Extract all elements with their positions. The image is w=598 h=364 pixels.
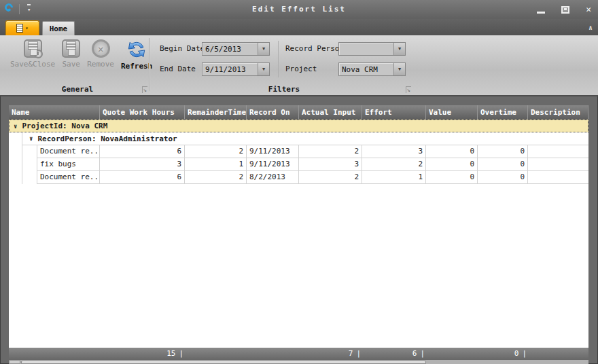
project-combo[interactable]: Nova CRM ▼ xyxy=(338,62,406,76)
group-caption-general: General xyxy=(5,85,150,94)
scrollbar-thumb[interactable] xyxy=(21,360,426,364)
table-row[interactable]: Document re... 6 2 8/2/2013 2 1 0 0 xyxy=(9,171,588,184)
end-date-combo[interactable]: 9/11/2013 ▼ xyxy=(202,62,270,76)
summary-effort: 6 xyxy=(362,348,426,360)
begin-date-combo[interactable]: 6/5/2013 ▼ xyxy=(202,42,270,56)
app-menu-dropdown-icon: ▾ xyxy=(25,25,29,31)
begin-date-dropdown-icon[interactable]: ▼ xyxy=(258,43,269,55)
column-header-overtime[interactable]: Overtime xyxy=(478,105,528,120)
cell-remainder-time[interactable]: 1 xyxy=(185,158,247,171)
end-date-dropdown-icon[interactable]: ▼ xyxy=(258,63,269,75)
collapse-arrow-icon[interactable]: ∨ xyxy=(14,123,17,130)
group-row-record-person[interactable]: ∨ RecordPerson: NovaAdministrator xyxy=(9,132,588,145)
cell-record-on[interactable]: 9/11/2013 xyxy=(247,158,299,171)
group-row-person-label: RecordPerson: NovaAdministrator xyxy=(37,134,177,143)
grid-header: Name Quote Work Hours RemainderTime Reco… xyxy=(9,105,588,120)
end-date-value[interactable]: 9/11/2013 xyxy=(203,63,258,75)
filters-column-separator xyxy=(278,41,279,77)
column-header-quote-work-hours[interactable]: Quote Work Hours xyxy=(100,105,185,120)
cell-description[interactable] xyxy=(528,158,588,171)
refresh-button[interactable]: Refresh xyxy=(118,38,156,72)
group-row-project-label: ProjectId: Nova CRM xyxy=(22,122,107,130)
remove-button[interactable]: ✕ Remove xyxy=(84,38,118,70)
ribbon-collapse-icon[interactable]: ∧ xyxy=(588,24,593,31)
save-button[interactable]: Save xyxy=(58,38,84,70)
cell-remainder-time[interactable]: 2 xyxy=(185,171,247,184)
summary-row: 15 7 6 0 xyxy=(9,348,588,360)
grid-body: ∨ ProjectId: Nova CRM ∨ RecordPerson: No… xyxy=(9,120,588,348)
filters-dialog-launcher-icon[interactable]: ↘ xyxy=(406,86,411,93)
end-date-label: End Date xyxy=(160,62,196,76)
table-row[interactable]: fix bugs 3 1 9/11/2013 3 2 0 0 xyxy=(9,158,588,171)
horizontal-scrollbar[interactable] xyxy=(9,360,588,364)
cell-effort[interactable]: 2 xyxy=(362,158,426,171)
column-header-value[interactable]: Value xyxy=(426,105,478,120)
ribbon-group-separator xyxy=(149,38,150,91)
record-person-dropdown-icon[interactable]: ▼ xyxy=(393,43,405,55)
group-row-project[interactable]: ∨ ProjectId: Nova CRM xyxy=(9,120,588,132)
begin-date-value[interactable]: 6/5/2013 xyxy=(203,43,258,55)
cell-actual-input[interactable]: 2 xyxy=(299,171,362,184)
quick-access-dropdown-icon[interactable]: ▾ xyxy=(27,4,31,13)
cell-value[interactable]: 0 xyxy=(426,158,478,171)
cell-value[interactable]: 0 xyxy=(426,171,478,184)
cell-record-on[interactable]: 9/11/2013 xyxy=(247,145,299,158)
summary-quote-work-hours: 15 xyxy=(100,348,185,360)
cell-effort[interactable]: 1 xyxy=(362,171,426,184)
cell-overtime[interactable]: 0 xyxy=(478,158,528,171)
cell-name[interactable]: Document re... xyxy=(37,171,100,184)
app-logo-icon[interactable] xyxy=(3,2,15,14)
grid-empty-area xyxy=(9,184,588,348)
cell-overtime[interactable]: 0 xyxy=(478,171,528,184)
maximize-button[interactable] xyxy=(561,6,569,14)
cell-name[interactable]: fix bugs xyxy=(37,158,100,171)
scrollbar-left-button[interactable] xyxy=(9,360,20,364)
ribbon: Save&Close Save ✕ Remove xyxy=(0,35,598,96)
record-person-value[interactable] xyxy=(339,43,393,55)
cell-remainder-time[interactable]: 2 xyxy=(185,145,247,158)
column-header-name[interactable]: Name xyxy=(9,105,100,120)
project-value[interactable]: Nova CRM xyxy=(339,63,393,75)
column-header-actual-input[interactable]: Actual Input xyxy=(299,105,362,120)
cell-quote-work-hours[interactable]: 3 xyxy=(100,158,185,171)
begin-date-label: Begin Date xyxy=(160,42,205,56)
cell-value[interactable]: 0 xyxy=(426,145,478,158)
project-dropdown-icon[interactable]: ▼ xyxy=(393,63,405,75)
refresh-icon xyxy=(126,39,147,60)
window-title: Edit Effort List xyxy=(0,5,598,14)
ribbon-tab-strip: ▾ Home ∧ xyxy=(0,19,598,35)
cell-name[interactable]: Document re... xyxy=(37,145,100,158)
column-header-description[interactable]: Description xyxy=(528,105,588,120)
cell-record-on[interactable]: 8/2/2013 xyxy=(247,171,299,184)
title-bar: ▾ Edit Effort List ✕ xyxy=(0,0,598,19)
app-window: ▾ Edit Effort List ✕ ▾ Home ∧ Save&Close xyxy=(0,0,598,364)
group-caption-filters: Filters xyxy=(155,85,413,94)
table-row[interactable]: Document re... 6 2 9/11/2013 2 3 0 0 xyxy=(9,145,588,158)
cell-overtime[interactable]: 0 xyxy=(478,145,528,158)
column-header-remainder-time[interactable]: RemainderTime xyxy=(185,105,247,120)
column-header-effort[interactable]: Effort xyxy=(362,105,426,120)
collapse-arrow-icon[interactable]: ∨ xyxy=(29,135,33,142)
project-label: Project xyxy=(285,62,317,76)
remove-icon: ✕ xyxy=(92,39,110,58)
save-close-button[interactable]: Save&Close xyxy=(7,38,58,70)
cell-effort[interactable]: 3 xyxy=(362,145,426,158)
cell-actual-input[interactable]: 2 xyxy=(299,145,362,158)
application-menu-button[interactable]: ▾ xyxy=(5,20,39,35)
cell-quote-work-hours[interactable]: 6 xyxy=(100,145,185,158)
cell-description[interactable] xyxy=(528,145,588,158)
tab-home[interactable]: Home xyxy=(42,21,75,35)
cell-description[interactable] xyxy=(528,171,588,184)
app-menu-document-icon xyxy=(16,24,23,33)
cell-quote-work-hours[interactable]: 6 xyxy=(100,171,185,184)
general-dialog-launcher-icon[interactable]: ↘ xyxy=(142,86,147,93)
cell-actual-input[interactable]: 3 xyxy=(299,158,362,171)
column-header-record-on[interactable]: Record On xyxy=(247,105,299,120)
minimize-button[interactable] xyxy=(537,12,545,14)
ribbon-group-filters: Begin Date 6/5/2013 ▼ End Date 9/11/2013… xyxy=(155,37,413,95)
record-person-label: Record Person xyxy=(285,42,344,56)
record-person-combo[interactable]: ▼ xyxy=(338,42,406,56)
save-icon xyxy=(62,39,80,58)
titlebar-separator xyxy=(19,4,20,14)
close-button[interactable]: ✕ xyxy=(586,5,591,14)
